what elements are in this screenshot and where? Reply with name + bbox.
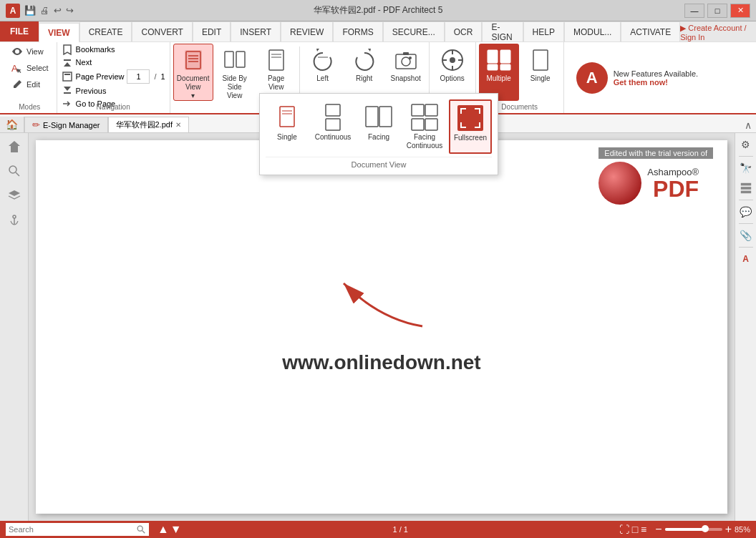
search-input[interactable] bbox=[9, 525, 133, 534]
zoom-in-button[interactable]: + bbox=[725, 523, 732, 536]
zoom-slider[interactable] bbox=[665, 528, 722, 531]
dropdown-facing[interactable]: Facing bbox=[357, 99, 400, 154]
pdf-doc-tab[interactable]: 华军软件园2.pdf ✕ bbox=[108, 117, 189, 132]
at-select-mode-button[interactable]: A Select bbox=[7, 60, 52, 76]
edit-mode-button[interactable]: Edit bbox=[7, 77, 52, 92]
rs-stamp-icon[interactable]: A bbox=[737, 250, 755, 268]
nav-up-icon[interactable]: ▲ bbox=[158, 523, 169, 536]
insert-tab[interactable]: INSERT bbox=[231, 21, 281, 41]
dropdown-fullscreen[interactable]: Fullscreen bbox=[449, 99, 492, 154]
page-preview-button[interactable]: Page Preview bbox=[76, 72, 125, 81]
svg-rect-25 bbox=[500, 50, 510, 63]
dropdown-single[interactable]: Single bbox=[266, 99, 309, 154]
page-number-input[interactable] bbox=[127, 69, 150, 84]
single-docs-button[interactable]: Single bbox=[520, 44, 561, 101]
page-view-label: PageView bbox=[268, 74, 284, 92]
dropdown-continuous-label: Continuous bbox=[315, 133, 352, 142]
esign-manager-tab[interactable]: ✏ E-Sign Manager bbox=[24, 117, 108, 132]
next-icon bbox=[62, 57, 73, 68]
create-tab[interactable]: CREATE bbox=[79, 21, 132, 41]
page-view-button[interactable]: PageView bbox=[256, 44, 296, 101]
trial-text: Edited with the trial version of bbox=[598, 147, 713, 159]
status-fit-page-icon[interactable]: ⛶ bbox=[619, 524, 629, 535]
zoom-slider-thumb[interactable] bbox=[702, 525, 709, 532]
home-tab[interactable]: 🏠 bbox=[0, 117, 24, 132]
forms-tab[interactable]: FORMS bbox=[333, 21, 382, 41]
bookmarks-button[interactable]: Bookmarks bbox=[76, 45, 115, 54]
ls-home-icon[interactable] bbox=[4, 136, 25, 157]
nav-down-icon[interactable]: ▼ bbox=[170, 523, 182, 536]
multiple-button[interactable]: Multiple bbox=[479, 44, 519, 101]
rs-binoculars-icon[interactable]: 🔭 bbox=[737, 160, 755, 177]
options-button[interactable]: Options bbox=[432, 44, 472, 101]
ls-layers-icon[interactable] bbox=[4, 185, 25, 206]
ribbon-tab-bar: FILE VIEW CREATE CONVERT EDIT INSERT REV… bbox=[0, 21, 756, 41]
svg-point-37 bbox=[137, 526, 142, 531]
window-controls: — □ ✕ bbox=[684, 4, 750, 18]
secure-tab[interactable]: SECURE... bbox=[383, 21, 445, 41]
page-total: 1 bbox=[161, 72, 165, 81]
print-icon[interactable]: 🖨 bbox=[40, 5, 49, 16]
new-features-button[interactable]: A New Features Available. Get them now! bbox=[570, 59, 704, 97]
snapshot-icon bbox=[393, 47, 419, 73]
rs-paperclip-icon[interactable]: 📎 bbox=[737, 227, 755, 244]
status-bar: ▲ ▼ 1 / 1 ⛶ □ ≡ − + 85% bbox=[0, 521, 756, 538]
status-continuous-icon[interactable]: ≡ bbox=[641, 524, 646, 535]
modul-tab[interactable]: MODUL... bbox=[564, 21, 621, 41]
activate-tab[interactable]: ACTIVATE bbox=[621, 21, 680, 41]
svg-rect-1 bbox=[63, 72, 72, 81]
status-center: 1 / 1 bbox=[188, 525, 614, 534]
pdf-url-text: www.onlinedown.net bbox=[282, 351, 480, 374]
rotate-right-icon bbox=[352, 47, 377, 73]
doc-main-area: Edited with the trial version of Ashampo… bbox=[0, 133, 756, 521]
close-button[interactable]: ✕ bbox=[730, 4, 750, 18]
redo-icon[interactable]: ↪ bbox=[66, 5, 74, 16]
rs-layers2-icon[interactable] bbox=[737, 180, 755, 197]
rotate-left-button[interactable]: Left bbox=[303, 44, 343, 101]
minimize-button[interactable]: — bbox=[684, 4, 704, 18]
dropdown-continuous[interactable]: Continuous bbox=[311, 99, 354, 154]
modes-label: Modes bbox=[3, 103, 57, 111]
snapshot-button[interactable]: Snapshot bbox=[386, 44, 426, 101]
help-tab[interactable]: HELP bbox=[523, 21, 564, 41]
svg-rect-35 bbox=[740, 187, 750, 190]
status-single-page-icon[interactable]: □ bbox=[632, 524, 638, 535]
esign-tab[interactable]: E-SIGN bbox=[482, 21, 523, 41]
dropdown-facing-continuous[interactable]: Facing Continuous bbox=[403, 99, 446, 154]
pdf-tab-close[interactable]: ✕ bbox=[175, 121, 181, 129]
bookmarks-icon bbox=[62, 44, 73, 55]
dropdown-facing-label: Facing bbox=[368, 133, 389, 142]
rs-comment-icon[interactable]: 💬 bbox=[737, 203, 755, 220]
ls-anchor-icon[interactable] bbox=[4, 209, 25, 230]
zoom-out-button[interactable]: − bbox=[655, 523, 662, 536]
dropdown-facing-continuous-label: Facing Continuous bbox=[407, 133, 443, 150]
save-icon[interactable]: 💾 bbox=[24, 5, 36, 16]
dropdown-single-icon bbox=[273, 103, 301, 132]
page-view-icon bbox=[263, 47, 289, 73]
edit-tab[interactable]: EDIT bbox=[193, 21, 231, 41]
document-view-button[interactable]: DocumentView ▾ bbox=[173, 44, 213, 101]
document-view-label: DocumentView bbox=[177, 74, 210, 92]
previous-button[interactable]: Previous bbox=[76, 87, 107, 95]
ocr-tab[interactable]: OCR bbox=[445, 21, 483, 41]
navigation-items: Bookmarks Next Page Preview / 1 bbox=[62, 44, 165, 109]
new-features-line1: New Features Available. bbox=[614, 69, 698, 78]
next-button[interactable]: Next bbox=[76, 58, 92, 67]
rotate-items: DocumentView ▾ Side BySideView bbox=[173, 44, 426, 101]
file-tab[interactable]: FILE bbox=[0, 21, 39, 41]
ribbon-collapse-button[interactable]: ∧ bbox=[740, 118, 756, 132]
convert-tab[interactable]: CONVERT bbox=[132, 21, 192, 41]
create-account-link[interactable]: ▶ Create Account / Sign In bbox=[680, 24, 756, 41]
svg-rect-45 bbox=[379, 107, 392, 127]
svg-rect-24 bbox=[488, 50, 498, 63]
rotate-right-button[interactable]: Right bbox=[344, 44, 384, 101]
ls-zoom-icon[interactable] bbox=[4, 160, 25, 182]
svg-rect-46 bbox=[412, 104, 424, 116]
review-tab[interactable]: REVIEW bbox=[281, 21, 333, 41]
undo-icon[interactable]: ↩ bbox=[54, 5, 62, 16]
side-by-side-button[interactable]: Side BySideView bbox=[215, 44, 255, 101]
view-tab[interactable]: VIEW bbox=[39, 23, 79, 43]
maximize-button[interactable]: □ bbox=[707, 4, 727, 18]
view-mode-button[interactable]: View bbox=[7, 44, 52, 59]
rs-settings-icon[interactable]: ⚙ bbox=[737, 136, 755, 153]
